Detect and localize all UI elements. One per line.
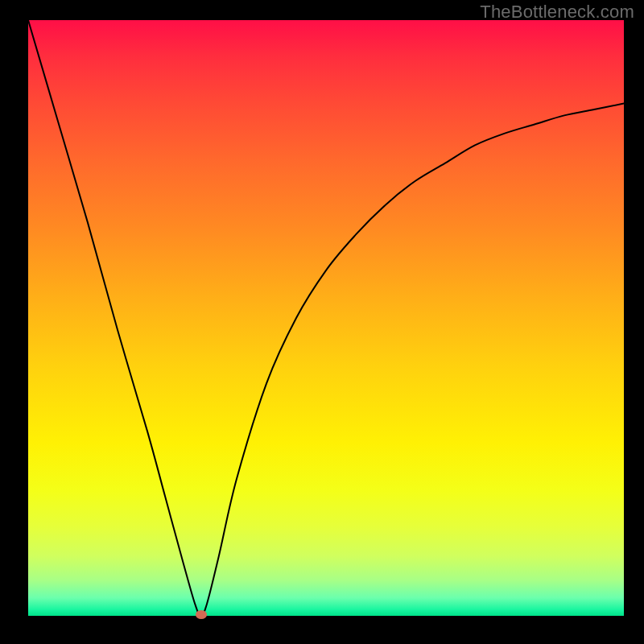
bottleneck-curve-path bbox=[28, 20, 624, 616]
chart-frame: TheBottleneck.com bbox=[0, 0, 644, 644]
bottleneck-curve-svg bbox=[28, 20, 624, 616]
minimum-marker-dot bbox=[196, 610, 207, 619]
watermark-text: TheBottleneck.com bbox=[480, 2, 634, 23]
